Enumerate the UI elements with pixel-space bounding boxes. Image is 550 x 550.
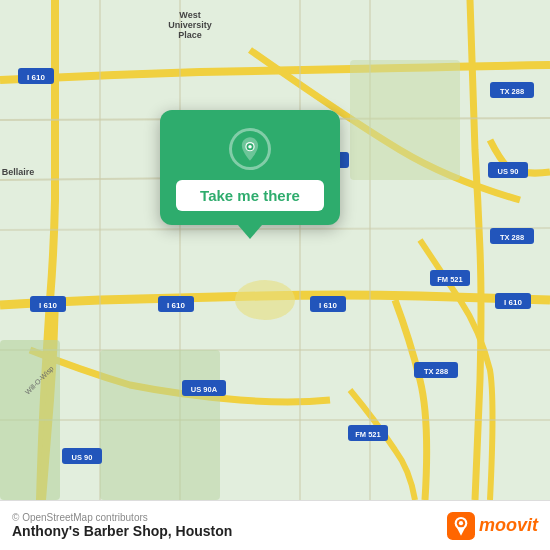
svg-rect-13	[100, 350, 220, 500]
svg-rect-12	[0, 340, 60, 500]
svg-text:I 610: I 610	[504, 298, 522, 307]
svg-text:I 610: I 610	[27, 73, 45, 82]
svg-text:University: University	[168, 20, 212, 30]
moovit-icon	[447, 512, 475, 540]
svg-text:US 90A: US 90A	[191, 385, 218, 394]
moovit-text: moovit	[479, 515, 538, 536]
svg-text:US 90: US 90	[498, 167, 519, 176]
svg-text:US 90: US 90	[72, 453, 93, 462]
svg-text:FM 521: FM 521	[355, 430, 380, 439]
popup-card: Take me there	[160, 110, 340, 225]
moovit-logo: moovit	[447, 512, 538, 540]
location-name: Anthony's Barber Shop, Houston	[12, 523, 232, 539]
svg-rect-14	[350, 60, 460, 180]
location-info: © OpenStreetMap contributors Anthony's B…	[12, 512, 232, 539]
svg-point-54	[459, 521, 463, 525]
svg-text:FM 521: FM 521	[437, 275, 462, 284]
svg-text:Bellaire: Bellaire	[2, 167, 35, 177]
svg-text:I 610: I 610	[167, 301, 185, 310]
svg-text:I 610: I 610	[39, 301, 57, 310]
map-attribution: © OpenStreetMap contributors	[12, 512, 232, 523]
svg-point-2	[235, 280, 295, 320]
location-pin-icon	[229, 128, 271, 170]
take-me-there-button[interactable]: Take me there	[176, 180, 324, 211]
bottom-bar: © OpenStreetMap contributors Anthony's B…	[0, 500, 550, 550]
svg-text:TX 288: TX 288	[500, 233, 524, 242]
svg-text:I 610: I 610	[319, 301, 337, 310]
svg-text:West: West	[179, 10, 200, 20]
svg-text:TX 288: TX 288	[500, 87, 524, 96]
svg-text:Place: Place	[178, 30, 202, 40]
svg-point-50	[248, 145, 252, 149]
svg-text:TX 288: TX 288	[424, 367, 448, 376]
map-container: I 610 West University Place Bellaire US …	[0, 0, 550, 500]
